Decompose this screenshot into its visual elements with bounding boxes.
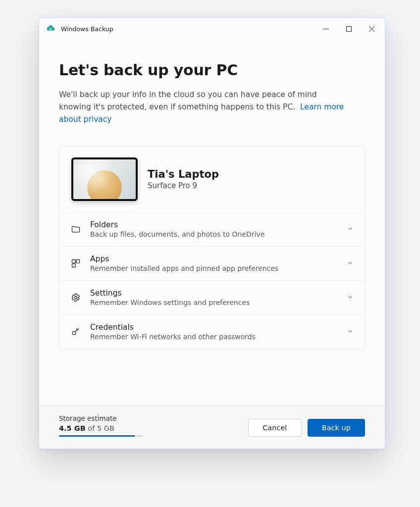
section-title: Settings: [90, 289, 338, 298]
minimize-button[interactable]: [315, 20, 337, 38]
section-credentials[interactable]: Credentials Remember Wi-Fi networks and …: [59, 314, 365, 349]
device-thumbnail: [71, 157, 138, 201]
content-area: Let's back up your PC We'll back up your…: [39, 40, 385, 405]
svg-rect-3: [72, 264, 76, 267]
window-title: Windows Backup: [61, 25, 113, 33]
device-row: Tia's Laptop Surface Pro 9: [59, 147, 365, 212]
chevron-down-icon: [347, 259, 354, 268]
backup-card: Tia's Laptop Surface Pro 9 Folders Back …: [59, 146, 365, 349]
section-desc: Remember Wi-Fi networks and other passwo…: [90, 333, 338, 341]
gear-icon: [70, 292, 81, 303]
storage-bar: [59, 435, 143, 437]
svg-point-4: [75, 297, 77, 299]
storage-used: 4.5 GB: [59, 424, 86, 432]
section-apps[interactable]: Apps Remember installed apps and pinned …: [59, 246, 365, 280]
footer: Storage estimate 4.5 GB of 5 GB Cancel B…: [39, 405, 385, 449]
close-button[interactable]: [360, 20, 383, 38]
chevron-down-icon: [347, 293, 354, 303]
section-title: Folders: [90, 220, 338, 229]
window: Windows Backup Let's back up your PC We'…: [39, 17, 385, 449]
key-icon: [70, 326, 81, 337]
storage-total: of 5 GB: [86, 424, 114, 432]
section-desc: Remember installed apps and pinned app p…: [90, 264, 338, 272]
maximize-button[interactable]: [337, 20, 360, 38]
chevron-down-icon: [347, 225, 354, 234]
page-subtext: We'll back up your info in the cloud so …: [59, 89, 346, 125]
section-title: Credentials: [90, 323, 338, 332]
storage-bar-fill: [59, 435, 135, 437]
storage-label: Storage estimate: [59, 414, 143, 422]
svg-rect-2: [76, 260, 80, 263]
section-title: Apps: [90, 254, 338, 263]
storage-estimate: Storage estimate 4.5 GB of 5 GB: [59, 414, 143, 437]
section-settings[interactable]: Settings Remember Windows settings and p…: [59, 280, 365, 314]
chevron-down-icon: [347, 327, 354, 337]
window-controls: [315, 20, 383, 38]
svg-point-5: [72, 332, 76, 335]
section-folders[interactable]: Folders Back up files, documents, and ph…: [59, 212, 365, 246]
page-title: Let's back up your PC: [59, 61, 365, 79]
backup-button[interactable]: Back up: [308, 419, 365, 437]
cloud-backup-icon: [46, 24, 55, 33]
cancel-button[interactable]: Cancel: [248, 419, 302, 437]
footer-actions: Cancel Back up: [248, 419, 365, 437]
section-desc: Remember Windows settings and preference…: [90, 299, 338, 306]
device-name: Tia's Laptop: [148, 168, 219, 180]
apps-icon: [70, 258, 81, 269]
svg-rect-1: [72, 260, 76, 263]
titlebar: Windows Backup: [39, 18, 385, 40]
device-model: Surface Pro 9: [148, 181, 219, 190]
section-desc: Back up files, documents, and photos to …: [90, 230, 338, 238]
subtext-text: We'll back up your info in the cloud so …: [59, 90, 317, 111]
folder-icon: [70, 224, 81, 235]
device-text: Tia's Laptop Surface Pro 9: [148, 168, 219, 190]
storage-line: 4.5 GB of 5 GB: [59, 424, 143, 432]
svg-rect-0: [346, 26, 351, 31]
